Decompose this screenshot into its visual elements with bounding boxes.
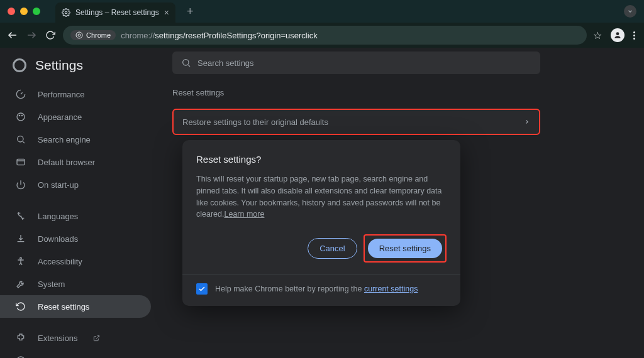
sidebar-item-default-browser[interactable]: Default browser <box>0 151 151 173</box>
sidebar-item-label: Default browser <box>38 158 95 167</box>
sidebar-item-label: Reset settings <box>38 302 89 312</box>
external-link-icon <box>93 335 100 342</box>
chevron-down-icon[interactable] <box>624 5 636 18</box>
footer-text: Help make Chrome better by reporting the… <box>215 285 418 293</box>
new-tab-button[interactable]: + <box>187 5 194 18</box>
svg-line-13 <box>23 141 25 143</box>
sidebar-item-label: Performance <box>38 90 84 99</box>
report-checkbox[interactable] <box>196 283 208 295</box>
dialog-body: This will reset your startup page, new t… <box>196 173 447 220</box>
sidebar-item-label: Languages <box>38 212 78 221</box>
window-close-icon[interactable] <box>8 8 15 15</box>
url-text: chrome://settings/resetProfileSettings?o… <box>121 31 318 40</box>
browser-tab[interactable]: Settings – Reset settings × <box>55 3 175 23</box>
reset-settings-dialog: Reset settings? This will reset your sta… <box>182 140 460 306</box>
sidebar-item-label: Accessibility <box>38 257 82 266</box>
sidebar-item-downloads[interactable]: Downloads <box>0 227 151 250</box>
highlight-box: Reset settings <box>364 234 447 263</box>
sidebar-item-label: On start-up <box>38 180 79 190</box>
chevron-right-icon <box>524 119 530 125</box>
chrome-icon <box>75 31 83 39</box>
back-icon[interactable] <box>6 29 19 41</box>
section-title: Reset settings <box>172 88 540 97</box>
search-input[interactable]: Search settings <box>172 52 540 74</box>
svg-point-4 <box>78 34 80 36</box>
restore-label: Restore settings to their original defau… <box>182 117 328 127</box>
sidebar-item-extensions[interactable]: Extensions <box>0 327 151 349</box>
accessibility-icon <box>15 256 26 267</box>
svg-point-5 <box>616 32 619 35</box>
sidebar-item-label: About Chrome <box>38 356 91 359</box>
sidebar-item-label: System <box>38 279 65 289</box>
svg-point-10 <box>19 115 19 116</box>
search-icon <box>15 134 26 145</box>
extension-icon <box>15 332 26 344</box>
power-icon <box>15 179 26 190</box>
dialog-footer: Help make Chrome better by reporting the… <box>196 283 447 295</box>
site-chip[interactable]: Chrome <box>70 30 116 40</box>
sidebar-item-about-chrome[interactable]: About Chrome <box>0 349 151 358</box>
sidebar-item-languages[interactable]: Languages <box>0 205 151 227</box>
browser-toolbar: Chrome chrome://settings/resetProfileSet… <box>0 23 644 48</box>
dialog-title: Reset settings? <box>196 154 447 165</box>
sidebar-item-appearance[interactable]: Appearance <box>0 106 151 128</box>
main-content: Reset settings Restore settings to their… <box>172 88 540 135</box>
reset-settings-button[interactable]: Reset settings <box>368 239 442 258</box>
svg-point-11 <box>21 115 22 116</box>
chip-label: Chrome <box>86 31 111 39</box>
search-icon <box>181 58 191 68</box>
sidebar-item-label: Extensions <box>38 334 78 343</box>
menu-icon[interactable] <box>633 31 635 40</box>
bookmark-icon[interactable]: ☆ <box>593 30 602 41</box>
sidebar-item-search-engine[interactable]: Search engine <box>0 128 151 151</box>
restore-defaults-row[interactable]: Restore settings to their original defau… <box>172 109 540 135</box>
palette-icon <box>15 111 26 122</box>
sidebar-item-label: Search engine <box>38 135 91 144</box>
window-maximize-icon[interactable] <box>33 8 40 15</box>
translate-icon <box>15 210 26 222</box>
svg-point-12 <box>18 136 23 142</box>
sidebar-item-system[interactable]: System <box>0 273 151 295</box>
svg-point-0 <box>65 11 67 14</box>
download-icon <box>15 233 26 244</box>
sidebar-item-performance[interactable]: Performance <box>0 83 151 106</box>
sidebar-item-accessibility[interactable]: Accessibility <box>0 250 151 273</box>
forward-icon[interactable] <box>25 29 38 41</box>
tab-title: Settings – Reset settings <box>75 8 159 17</box>
current-settings-link[interactable]: current settings <box>364 285 418 293</box>
svg-line-18 <box>96 335 99 339</box>
close-icon[interactable]: × <box>164 8 169 18</box>
address-bar[interactable]: Chrome chrome://settings/resetProfileSet… <box>63 26 587 45</box>
speedometer-icon <box>15 89 26 100</box>
gear-icon <box>62 8 70 17</box>
divider <box>182 274 460 274</box>
chrome-logo-icon <box>13 58 26 72</box>
svg-point-9 <box>17 113 25 121</box>
svg-line-7 <box>188 65 190 67</box>
sidebar-item-on-startup[interactable]: On start-up <box>0 173 151 196</box>
settings-sidebar: Performance Appearance Search engine Def… <box>0 83 151 358</box>
svg-point-3 <box>76 32 82 38</box>
window-minimize-icon[interactable] <box>20 8 28 15</box>
reload-icon[interactable] <box>44 29 57 41</box>
browser-icon <box>15 156 26 168</box>
svg-point-6 <box>183 60 189 65</box>
traffic-lights <box>8 8 40 15</box>
cancel-button[interactable]: Cancel <box>308 238 357 259</box>
wrench-icon <box>15 278 26 290</box>
svg-line-8 <box>21 92 23 94</box>
learn-more-link[interactable]: Learn more <box>224 210 264 219</box>
page-title: Settings <box>35 58 83 73</box>
svg-point-17 <box>20 258 22 259</box>
profile-avatar[interactable] <box>611 28 625 42</box>
sidebar-item-reset-settings[interactable]: Reset settings <box>0 295 151 318</box>
chrome-icon <box>15 355 26 358</box>
reset-icon <box>15 301 26 312</box>
sidebar-item-label: Downloads <box>38 234 78 244</box>
search-placeholder: Search settings <box>197 58 254 68</box>
window-titlebar: Settings – Reset settings × + <box>0 0 644 23</box>
svg-rect-14 <box>17 159 25 165</box>
sidebar-item-label: Appearance <box>38 112 82 122</box>
